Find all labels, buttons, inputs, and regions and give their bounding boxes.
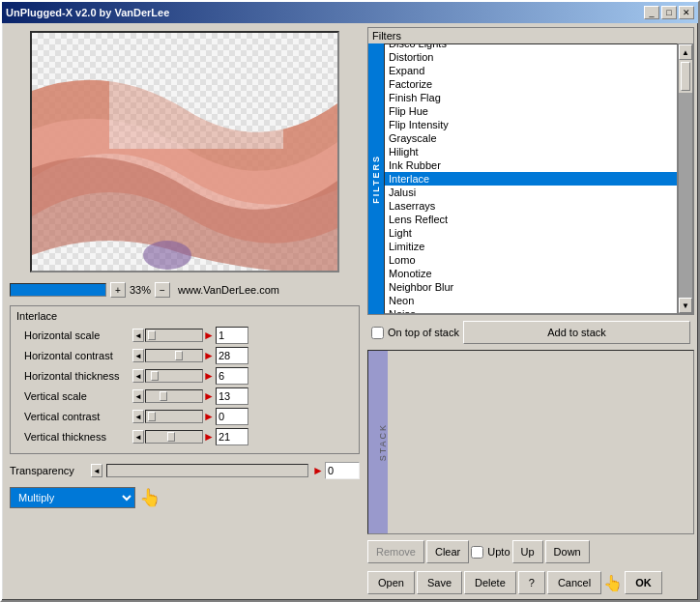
help-button[interactable]: ? — [518, 571, 545, 594]
slider-left-arrow[interactable]: ◄ — [132, 430, 144, 444]
zoom-minus-button[interactable]: − — [155, 282, 170, 298]
transparency-slider-left[interactable]: ◄ — [91, 464, 102, 477]
slider-left-arrow[interactable]: ◄ — [132, 389, 144, 403]
zoom-slider[interactable] — [10, 283, 106, 297]
filter-item[interactable]: Neon — [385, 294, 677, 307]
param-row-horizontal-thickness: Horizontal thickness ◄ ► — [16, 366, 353, 386]
filter-item[interactable]: Expand — [385, 64, 677, 77]
filter-item[interactable]: Lomo — [385, 253, 677, 267]
param-label-horizontal-thickness: Horizontal thickness — [16, 370, 132, 382]
save-button[interactable]: Save — [417, 571, 462, 594]
slider-body[interactable] — [145, 410, 203, 423]
zoom-bar: + 33% − www.VanDerLee.com — [6, 280, 364, 300]
filter-item[interactable]: Limitize — [385, 240, 677, 253]
filter-item[interactable]: Finish Flag — [385, 91, 677, 104]
scroll-down-button[interactable]: ▼ — [679, 298, 692, 313]
filter-item[interactable]: Factorize — [385, 77, 677, 91]
filter-item[interactable]: Neighbor Blur — [385, 280, 677, 294]
value-box-vertical-scale: ► — [203, 387, 248, 405]
filters-sidebar-label: FILTERS — [371, 155, 381, 204]
filter-item[interactable]: Grayscale — [385, 131, 677, 145]
param-label-vertical-thickness: Vertical thickness — [16, 431, 132, 443]
filter-item[interactable]: Disco Lights — [385, 43, 677, 50]
cancel-button[interactable]: Cancel — [547, 571, 601, 594]
value-input-horizontal-thickness[interactable] — [216, 367, 248, 385]
minimize-button[interactable]: _ — [644, 6, 659, 19]
blend-mode-select[interactable]: Multiply Normal Screen Overlay — [10, 487, 135, 508]
website-label: www.VanDerLee.com — [178, 284, 279, 296]
slider-left-arrow[interactable]: ◄ — [132, 369, 144, 383]
close-button[interactable]: ✕ — [679, 6, 694, 19]
slider-horizontal-thickness[interactable]: ◄ — [132, 369, 203, 383]
filters-sidebar: FILTERS — [368, 43, 384, 314]
value-input-horizontal-contrast[interactable] — [216, 347, 248, 364]
slider-vertical-scale[interactable]: ◄ — [132, 389, 203, 403]
filter-item[interactable]: Lens Reflect — [385, 213, 677, 226]
on-top-of-stack-checkbox-label[interactable]: On top of stack — [371, 327, 459, 339]
filter-item[interactable]: Flip Hue — [385, 104, 677, 118]
transparency-slider[interactable] — [106, 464, 308, 477]
value-input-vertical-contrast[interactable] — [216, 408, 248, 425]
filter-params-group: Interlace Horizontal scale ◄ ► Horizonta… — [10, 305, 360, 454]
filter-group-title: Interlace — [16, 310, 353, 322]
slider-horizontal-contrast[interactable]: ◄ — [132, 349, 203, 362]
slider-left-arrow[interactable]: ◄ — [132, 410, 144, 423]
filter-item[interactable]: Interlace — [385, 172, 677, 186]
slider-left-arrow[interactable]: ◄ — [132, 349, 144, 362]
filter-item[interactable]: Distortion — [385, 50, 677, 64]
slider-body[interactable] — [145, 389, 203, 403]
up-button[interactable]: Up — [512, 540, 543, 563]
filter-item[interactable]: Jalusi — [385, 186, 677, 199]
filter-item[interactable]: Light — [385, 226, 677, 240]
value-input-horizontal-scale[interactable] — [216, 327, 248, 344]
value-input-vertical-scale[interactable] — [216, 387, 248, 405]
transparency-row: Transparency ◄ ► — [6, 460, 364, 481]
param-row-vertical-scale: Vertical scale ◄ ► — [16, 387, 353, 406]
zoom-plus-button[interactable]: + — [110, 282, 126, 298]
slider-left-arrow[interactable]: ◄ — [132, 329, 144, 342]
filter-item[interactable]: Flip Intensity — [385, 118, 677, 131]
filter-item[interactable]: Noise — [385, 307, 677, 314]
stack-sidebar-label: STACK — [378, 423, 388, 461]
value-input-vertical-thickness[interactable] — [216, 428, 248, 445]
delete-button[interactable]: Delete — [464, 571, 516, 594]
slider-vertical-contrast[interactable]: ◄ — [132, 410, 203, 423]
filters-list-container: FILTERS Disco LightsDistortionExpandFact… — [368, 43, 693, 314]
hand-cursor-icon: 👆 — [139, 487, 160, 508]
upto-checkbox-label[interactable]: Upto — [471, 540, 510, 563]
transparency-label: Transparency — [10, 465, 87, 476]
filters-list[interactable]: Disco LightsDistortionExpandFactorizeFin… — [384, 43, 678, 314]
scroll-up-button[interactable]: ▲ — [679, 44, 692, 60]
slider-body[interactable] — [145, 430, 203, 444]
hand-icon-cancel: 👆 — [603, 574, 623, 592]
param-label-horizontal-scale: Horizontal scale — [16, 330, 132, 341]
maximize-button[interactable]: □ — [661, 6, 677, 19]
stack-area: STACK — [367, 350, 694, 534]
svg-rect-5 — [109, 52, 283, 149]
filter-item[interactable]: Monotize — [385, 267, 677, 280]
left-panel: + 33% − www.VanDerLee.com Interlace Hori… — [6, 27, 364, 596]
upto-checkbox[interactable] — [471, 546, 483, 559]
value-arrow: ► — [203, 389, 215, 403]
remove-button[interactable]: Remove — [367, 540, 424, 563]
open-button[interactable]: Open — [367, 571, 415, 594]
filter-item[interactable]: Laserrays — [385, 199, 677, 213]
on-top-of-stack-checkbox[interactable] — [371, 327, 384, 339]
filter-item[interactable]: Ink Rubber — [385, 158, 677, 172]
on-top-row: On top of stack Add to stack — [367, 319, 694, 346]
scroll-thumb[interactable] — [681, 62, 690, 91]
clear-button[interactable]: Clear — [426, 540, 469, 563]
filter-item[interactable]: Hilight — [385, 145, 677, 158]
add-to-stack-button[interactable]: Add to stack — [463, 321, 690, 344]
ok-button[interactable]: OK — [625, 571, 662, 594]
slider-body[interactable] — [145, 329, 203, 342]
down-button[interactable]: Down — [545, 540, 590, 563]
slider-body[interactable] — [145, 369, 203, 383]
transparency-value-input[interactable] — [325, 462, 360, 479]
param-row-horizontal-scale: Horizontal scale ◄ ► — [16, 326, 353, 345]
preview-image — [32, 33, 337, 271]
slider-horizontal-scale[interactable]: ◄ — [132, 329, 203, 342]
preview-area — [30, 31, 339, 272]
slider-vertical-thickness[interactable]: ◄ — [132, 430, 203, 444]
slider-body[interactable] — [145, 349, 203, 362]
